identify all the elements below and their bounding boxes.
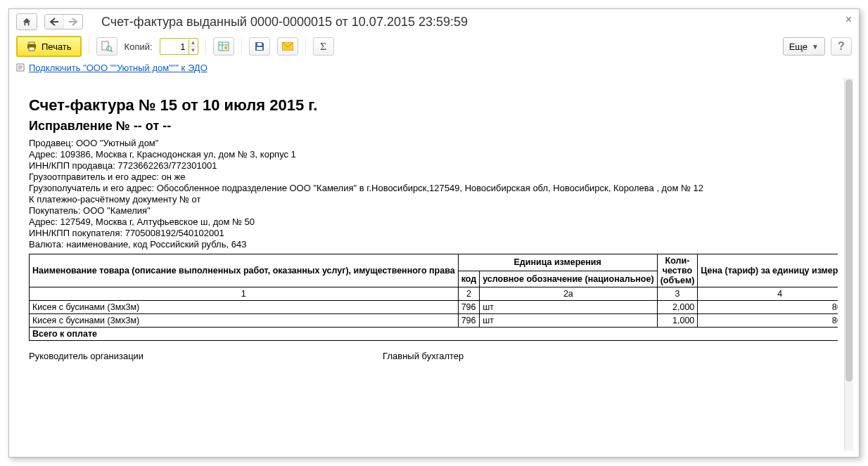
th-unit: Единица измерения [458, 254, 657, 271]
chevron-down-icon: ▼ [812, 43, 819, 51]
th-price: Цена (тариф) за единицу измерения [698, 254, 838, 287]
scrollbar[interactable] [844, 78, 853, 451]
th-unit-label: условное обозначение (национальное) [480, 271, 658, 287]
more-label: Еще [789, 41, 808, 52]
table-row: Кисея с бусинами (3мх3м) 796 шт 2,000 86… [30, 301, 838, 314]
settings-button[interactable] [213, 37, 234, 56]
arrow-left-icon [49, 18, 59, 26]
printer-icon [26, 41, 37, 51]
svg-rect-1 [29, 42, 34, 44]
copies-stepper[interactable]: ▲ ▼ [160, 38, 198, 55]
window-title: Счет-фактура выданный 0000-0000015 от 10… [101, 15, 468, 30]
sig-head: Руководитель организации [29, 351, 143, 361]
envelope-icon [282, 42, 293, 51]
toolbar-separator [305, 39, 306, 54]
svg-rect-2 [29, 47, 34, 51]
seller-address-line: Адрес: 109386, Москва г, Краснодонская у… [29, 149, 843, 160]
sum-button[interactable]: Σ [313, 37, 334, 56]
svg-point-9 [224, 46, 227, 49]
home-button[interactable] [16, 13, 37, 30]
help-icon: ? [838, 40, 845, 53]
buyer-inn-line: ИНН/КПП покупателя: 7705008192/540102001 [29, 228, 843, 238]
copies-up[interactable]: ▲ [189, 39, 198, 46]
table-row: Кисея с бусинами (3мх3м) 796 шт 1,000 86… [30, 314, 838, 328]
floppy-icon [255, 41, 264, 51]
th-name: Наименование товара (описание выполненны… [30, 254, 459, 287]
edo-icon [16, 63, 26, 72]
email-button[interactable] [277, 37, 298, 56]
svg-rect-3 [102, 41, 108, 50]
copies-input[interactable] [160, 41, 189, 52]
edo-link[interactable]: Подключить "ООО ""Уютный дом""" к ЭДО [29, 63, 208, 73]
nav-group [44, 14, 83, 30]
table-settings-icon [218, 41, 229, 52]
back-button[interactable] [45, 15, 63, 29]
svg-rect-10 [257, 47, 262, 50]
buyer-line: Покупатель: ООО "Камелия" [29, 205, 843, 216]
sig-accountant: Главный бухгалтер [383, 351, 464, 361]
copies-label: Копий: [125, 41, 153, 52]
more-button[interactable]: Еще ▼ [783, 37, 825, 56]
invoice-table: Наименование товара (описание выполненны… [29, 254, 838, 341]
total-row: Всего к оплате 2 593,22 X 466,78 [30, 328, 838, 341]
th-unit-code: код [458, 271, 480, 287]
doc-title: Счет-фактура № 15 от 10 июля 2015 г. [29, 96, 843, 115]
copies-down[interactable]: ▼ [189, 46, 198, 54]
svg-line-5 [110, 51, 113, 53]
shipper-line: Грузоотправитель и его адрес: он же [29, 171, 843, 182]
svg-rect-11 [257, 43, 262, 46]
toolbar-separator [89, 39, 89, 54]
toolbar-separator [241, 39, 242, 54]
seller-line: Продавец: ООО "Уютный дом" [29, 138, 843, 148]
preview-button[interactable] [96, 37, 117, 56]
doc-correction: Исправление № -- от -- [29, 119, 843, 134]
payment-doc-line: К платежно-расчётному документу № от [29, 194, 843, 205]
save-button[interactable] [249, 37, 270, 56]
col-numbers-row: 1 2 2а 3 4 5 6 7 8 9 [30, 287, 838, 301]
arrow-right-icon [68, 18, 78, 26]
seller-inn-line: ИНН/КПП продавца: 7723662263/772301001 [29, 160, 843, 171]
home-icon [22, 17, 32, 27]
close-button[interactable]: × [845, 13, 852, 26]
buyer-address-line: Адрес: 127549, Москва г, Алтуфьевское ш,… [29, 216, 843, 227]
print-button[interactable]: Печать [16, 36, 82, 57]
toolbar-separator [205, 39, 206, 54]
document-body: Счет-фактура № 15 от 10 июля 2015 г. Исп… [15, 78, 853, 368]
currency-line: Валюта: наименование, код Российский руб… [29, 239, 843, 250]
scroll-thumb[interactable] [845, 79, 853, 382]
help-button[interactable]: ? [831, 37, 852, 56]
consignee-line: Грузополучатель и его адрес: Обособленно… [29, 183, 843, 193]
forward-button[interactable] [63, 15, 82, 29]
th-qty: Коли- чество (объем) [657, 254, 698, 287]
print-label: Печать [42, 41, 72, 52]
svg-rect-6 [219, 42, 229, 51]
magnifier-icon [101, 41, 113, 52]
sigma-icon: Σ [320, 41, 326, 53]
